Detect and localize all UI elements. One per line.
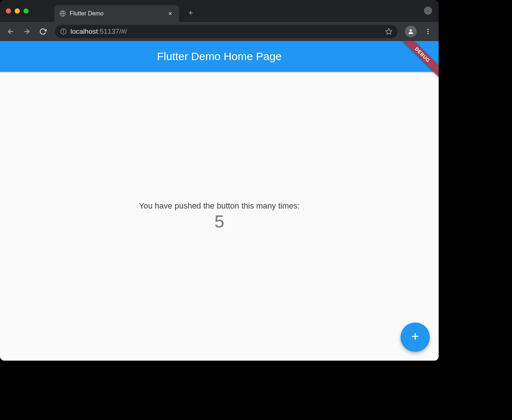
counter-value: 5 xyxy=(215,211,224,232)
forward-button[interactable] xyxy=(20,25,34,38)
address-bar[interactable]: localhost:51137/#/ xyxy=(55,25,398,38)
plus-icon xyxy=(410,331,421,343)
window-maximize-button[interactable] xyxy=(23,8,29,14)
globe-icon xyxy=(59,10,66,17)
svg-point-5 xyxy=(410,29,412,32)
svg-point-6 xyxy=(427,29,428,30)
new-tab-button[interactable] xyxy=(186,8,196,18)
bookmark-button[interactable] xyxy=(385,28,392,35)
info-icon[interactable] xyxy=(60,28,67,35)
url-text: localhost:51137/#/ xyxy=(70,27,381,36)
tab-search-button[interactable] xyxy=(424,7,432,15)
browser-menu-button[interactable] xyxy=(421,25,435,38)
svg-point-7 xyxy=(427,31,428,32)
profile-button[interactable] xyxy=(405,26,417,37)
back-button[interactable] xyxy=(4,25,18,38)
svg-marker-4 xyxy=(386,29,392,34)
page-content: Flutter Demo Home Page DEBUG You have pu… xyxy=(0,41,439,361)
svg-point-3 xyxy=(63,30,64,31)
browser-toolbar: localhost:51137/#/ xyxy=(0,22,439,41)
app-bar-title: Flutter Demo Home Page xyxy=(157,50,282,63)
svg-point-8 xyxy=(427,33,428,34)
tab-close-button[interactable] xyxy=(167,10,174,17)
increment-fab[interactable] xyxy=(401,323,430,352)
app-bar: Flutter Demo Home Page xyxy=(0,41,439,72)
browser-titlebar: Flutter Demo xyxy=(0,0,439,22)
browser-tab[interactable]: Flutter Demo xyxy=(54,5,179,22)
reload-button[interactable] xyxy=(36,25,50,38)
window-minimize-button[interactable] xyxy=(15,8,20,14)
window-controls xyxy=(6,8,29,14)
browser-window: Flutter Demo xyxy=(0,0,439,361)
window-close-button[interactable] xyxy=(6,8,11,14)
counter-description: You have pushed the button this many tim… xyxy=(139,201,300,211)
body-content: You have pushed the button this many tim… xyxy=(0,72,439,361)
tab-title: Flutter Demo xyxy=(70,10,163,17)
